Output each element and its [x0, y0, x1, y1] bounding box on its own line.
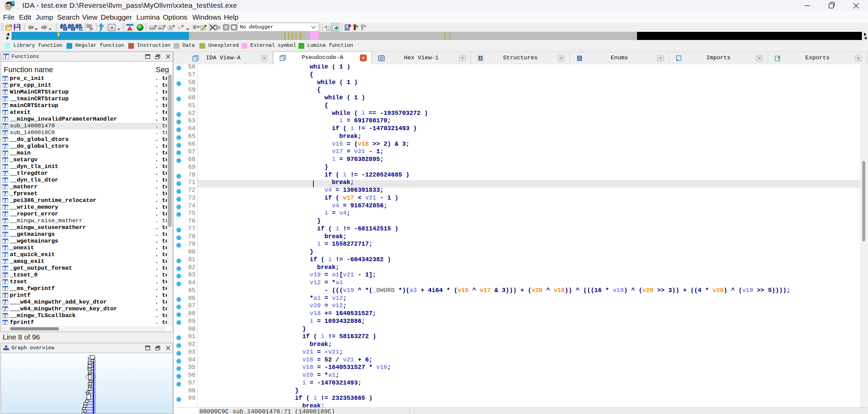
svg-text:#: # [64, 27, 66, 31]
svg-text:DATA: DATA [158, 27, 165, 30]
svg-text:101: 101 [78, 27, 83, 31]
svg-text:A: A [110, 25, 114, 30]
svg-text:CODE: CODE [150, 27, 155, 30]
svg-text:c: c [328, 27, 329, 30]
svg-text:T: T [72, 27, 74, 31]
svg-text:A: A [169, 26, 172, 30]
svg-text:‘s: ‘s [177, 26, 180, 30]
